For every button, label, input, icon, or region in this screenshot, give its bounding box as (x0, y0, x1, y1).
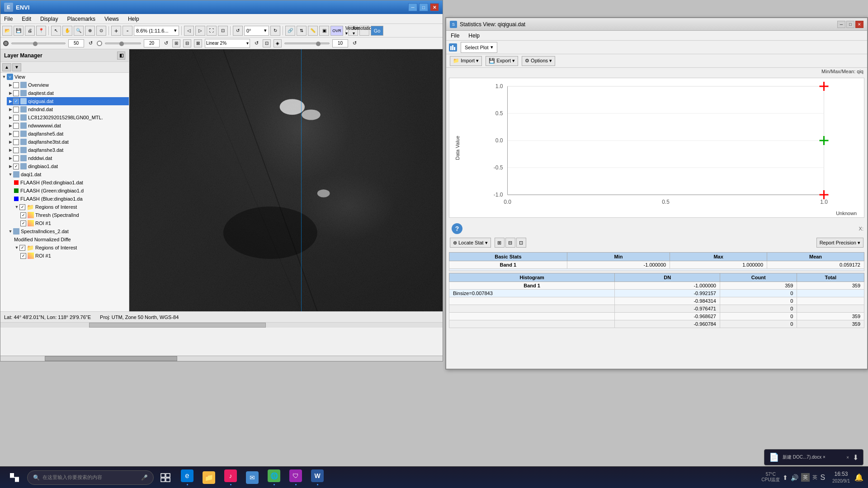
stats-menu-file[interactable]: File (449, 32, 461, 40)
table-view-btn-3[interactable]: ⊡ (516, 238, 526, 248)
map-canvas[interactable] (129, 49, 443, 311)
sharpen-button[interactable]: ◈ (274, 39, 282, 47)
annotations-dropdown[interactable]: Annotations ▾ (359, 26, 369, 36)
measure-button[interactable]: 📏 (308, 26, 318, 36)
color-balance-button[interactable]: ⊟ (183, 39, 191, 47)
zoom-level-dropdown[interactable]: 8.6% (1:11.6... ▾ (134, 26, 179, 36)
layer-item-roi1b[interactable]: ✓ ROI #1 (19, 252, 129, 260)
layer-scrollbar-h[interactable] (0, 356, 443, 361)
brightness-slider[interactable] (11, 42, 66, 44)
expand-ndndnd[interactable]: ▶ (8, 107, 13, 112)
open-button[interactable]: 📂 (2, 26, 12, 36)
expand-roi-parent[interactable]: ▼ (14, 204, 19, 210)
minimize-button[interactable]: ─ (408, 3, 417, 11)
checkbox-overview[interactable] (13, 82, 19, 88)
layer-manager-expand[interactable]: ◧ (117, 52, 125, 60)
menu-display[interactable]: Display (38, 15, 60, 23)
maximize-button[interactable]: □ (419, 3, 428, 11)
taskbar-app-edge[interactable]: e (177, 469, 197, 487)
select-plot-button[interactable]: Select Plot ▾ (461, 42, 497, 53)
layer-item-ndndnd[interactable]: ▶ ndndnd.dat (7, 105, 129, 113)
checkbox-roi1b[interactable]: ✓ (20, 253, 26, 259)
layer-item-view[interactable]: ▼ V View (0, 73, 129, 81)
histogram-button[interactable]: ⊠ (194, 39, 202, 47)
go-button[interactable]: Go (371, 26, 383, 36)
taskbar-app-browser[interactable]: 🌐 (264, 469, 284, 487)
report-precision-button[interactable]: Report Precision ▾ (816, 238, 863, 248)
stats-menu-help[interactable]: Help (467, 32, 481, 40)
save-button[interactable]: 💾 (14, 26, 24, 36)
layer-item-daqifanshe3[interactable]: ▶ daqifanshe3.dat (7, 146, 129, 154)
layer-down-button[interactable]: ▼ (12, 63, 21, 71)
options-button[interactable]: ⚙ Options ▾ (522, 56, 555, 66)
menu-views[interactable]: Views (103, 15, 121, 23)
layer-item-overview[interactable]: ▶ Overview (7, 81, 129, 89)
notification-button[interactable]: 🔔 (854, 469, 864, 487)
brightness-refresh[interactable]: ↺ (87, 40, 94, 47)
layer-item-spectralindices2[interactable]: ▼ SpectralIndices_2.dat (7, 227, 129, 235)
checkbox-ndwwwwwi[interactable] (13, 123, 19, 129)
link-button[interactable]: 🔗 (285, 26, 295, 36)
nav-tool[interactable]: ⊙ (96, 26, 106, 36)
layer-item-daqifanshe5[interactable]: ▶ daqifanshe5.dat (7, 130, 129, 138)
contrast-input[interactable]: 20 (144, 39, 160, 47)
stats-close-button[interactable]: ✕ (855, 21, 863, 28)
layer-item-dingbiao1[interactable]: ▶ ✓ dingbiao1.dat (7, 162, 129, 170)
checkbox-daqifanshe5[interactable] (13, 131, 19, 137)
prev-view-button[interactable]: ◁ (184, 26, 194, 36)
checkbox-thresh[interactable]: ✓ (20, 212, 26, 218)
print-button[interactable]: 🖨 (25, 26, 35, 36)
expand-ndddwi[interactable]: ▶ (8, 155, 13, 161)
rotate-ccw-button[interactable]: ↺ (233, 26, 243, 36)
expand-daqifanshe5[interactable]: ▶ (8, 131, 13, 136)
download-icon[interactable]: ⬇ (853, 453, 859, 462)
layer-item-ndddwi[interactable]: ▶ ndddwi.dat (7, 154, 129, 162)
layer-item-roi-parent2[interactable]: ▼ ✓ 📁 Regions of Interest (13, 244, 129, 252)
layer-item-ndwwwwwi[interactable]: ▶ ndwwwwwi.dat (7, 122, 129, 130)
layer-item-mndwi[interactable]: Modified Normalized Diffe (13, 235, 129, 244)
display-params-button[interactable]: ⊞ (172, 39, 180, 47)
checkbox-qiqiguai[interactable]: ✓ (13, 99, 19, 104)
stretch-mode-dropdown[interactable]: Linear 2% ▾ (205, 39, 250, 48)
layer-item-daqifanshe3tst[interactable]: ▶ daqifanshe3tst.dat (7, 138, 129, 146)
checkbox-roi1[interactable]: ✓ (20, 221, 26, 226)
brightness-input[interactable]: 50 (68, 39, 84, 47)
reset-stretch-button[interactable]: ⊡ (263, 39, 271, 47)
clock-display[interactable]: 16:53 2020/9/1 (832, 470, 850, 484)
close-button[interactable]: ✕ (430, 3, 439, 11)
layer-item-daqitest[interactable]: ▶ daqitest.dat (7, 89, 129, 97)
expand-qiqiguai[interactable]: ▶ (8, 99, 13, 104)
taskbar-app-file-explorer[interactable]: 📁 (199, 469, 219, 487)
menu-edit[interactable]: Edit (20, 15, 33, 23)
network-up-icon[interactable]: ⬆ (783, 474, 788, 481)
expand-lc8[interactable]: ▶ (8, 115, 13, 120)
layer-item-flaash-b[interactable]: FLAASH (Blue:dingbiao1.da (13, 195, 129, 203)
checkbox-daqifanshe3tst[interactable] (13, 139, 19, 145)
export-button[interactable]: 💾 Export ▾ (486, 56, 518, 66)
checkbox-ndddwi[interactable] (13, 155, 19, 161)
taskbar-app-word[interactable]: W (307, 469, 327, 487)
checkbox-daqitest[interactable] (13, 90, 19, 96)
expand-view[interactable]: ▼ (1, 74, 7, 80)
layer-up-button[interactable]: ▲ (2, 63, 11, 71)
ime-button[interactable]: 英 (801, 473, 810, 482)
taskbar-app-security[interactable]: 🛡 (286, 469, 306, 487)
map-scrollbar-h[interactable] (0, 322, 443, 328)
expand-daqifanshe3tst[interactable]: ▶ (8, 139, 13, 145)
sound-icon[interactable]: 🔊 (791, 474, 798, 481)
expand-daqitest[interactable]: ▶ (8, 90, 13, 96)
checkbox-roi-parent2[interactable]: ✓ (19, 245, 25, 251)
sync-button[interactable]: ⇅ (297, 26, 307, 36)
import-button[interactable]: 📁 Import ▾ (450, 56, 482, 66)
map-scrollbar-thumb[interactable] (89, 323, 266, 328)
start-button[interactable] (4, 469, 25, 487)
zoom-in-button[interactable]: + (111, 26, 121, 36)
layer-item-flaash-g[interactable]: FLAASH (Green:dingbiao1.d (13, 187, 129, 195)
expand-spectralindices2[interactable]: ▼ (8, 229, 13, 234)
notification-close-button[interactable]: × (846, 455, 849, 460)
table-view-btn-1[interactable]: ⊞ (495, 238, 505, 248)
contrast-slider[interactable] (105, 42, 141, 44)
rotate-value-dropdown[interactable]: 0° ▾ (244, 26, 269, 36)
layer-item-lc8[interactable]: ▶ LC81230292015298LGN00_MTL. (7, 113, 129, 122)
menu-file[interactable]: File (2, 15, 14, 23)
